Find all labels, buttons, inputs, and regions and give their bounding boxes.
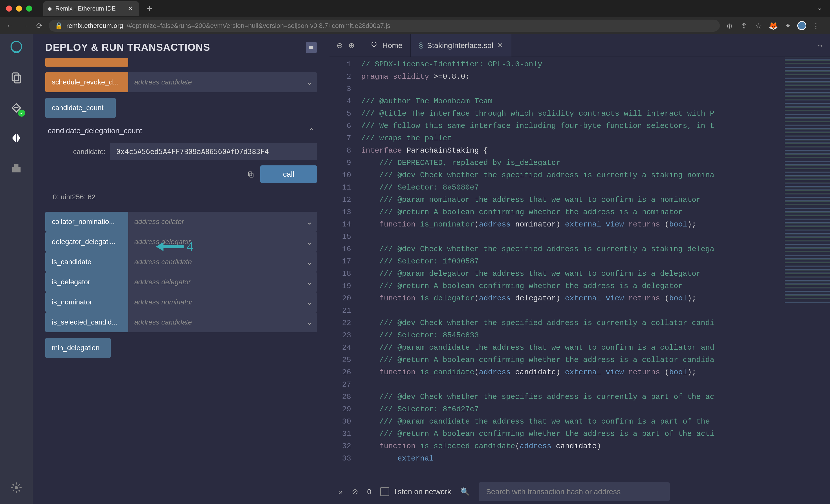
fn-min-delegation: min_delegation [45, 338, 317, 358]
deploy-run-icon[interactable] [7, 129, 25, 147]
expand-icon[interactable]: ⌄ [302, 212, 317, 232]
back-button[interactable]: ← [5, 21, 15, 31]
expand-icon[interactable]: ⌄ [302, 232, 317, 252]
close-window-button[interactable] [6, 5, 12, 11]
fn-input[interactable] [128, 212, 302, 232]
tabs-dropdown-icon[interactable]: ⌄ [817, 4, 823, 12]
svg-rect-2 [14, 75, 21, 83]
url-path: /#optimize=false&runs=200&evmVersion=nul… [127, 22, 390, 30]
browser-tab[interactable]: ◆ Remix - Ethereum IDE ✕ [43, 1, 139, 16]
line-number-gutter: 1234567891011121314151617181920212223242… [329, 57, 357, 479]
extensions-icon[interactable]: ✦ [783, 21, 793, 31]
param-input-candidate[interactable] [110, 143, 317, 160]
listen-network-checkbox[interactable] [380, 487, 389, 496]
plugin-icon[interactable] [7, 159, 25, 177]
fn-row: is_selected_candid...⌄ [45, 312, 317, 332]
window-controls [6, 5, 32, 11]
svg-rect-4 [309, 46, 313, 49]
panel-title: DEPLOY & RUN TRANSACTIONS [45, 42, 210, 53]
expand-icon[interactable]: ⌄ [302, 272, 317, 292]
compile-success-badge: ✓ [18, 110, 25, 116]
svg-point-3 [15, 486, 18, 490]
fn-row: is_nominator⌄ [45, 292, 317, 312]
code-content[interactable]: // SPDX-License-Identifier: GPL-3.0-only… [357, 57, 830, 479]
copy-params-icon[interactable] [246, 169, 256, 179]
call-button[interactable]: call [260, 165, 317, 183]
param-label-candidate: candidate: [70, 148, 106, 156]
collapse-icon[interactable]: ⌃ [309, 127, 314, 135]
fn-input[interactable] [128, 232, 302, 252]
tab-staking-interface[interactable]: § StakingInterface.sol ✕ [411, 34, 511, 57]
fn-button[interactable]: is_delegator [45, 272, 128, 292]
close-tab-icon[interactable]: ✕ [497, 41, 503, 49]
home-icon [370, 40, 378, 51]
fn-row: collator_nominatio...⌄ [45, 212, 317, 232]
tx-search-input[interactable] [479, 482, 670, 501]
tab-home-label: Home [382, 41, 403, 50]
zoom-icon[interactable]: ⊕ [724, 21, 734, 31]
settings-icon[interactable] [7, 479, 25, 497]
fn-button[interactable]: collator_nominatio... [45, 212, 128, 232]
metamask-icon[interactable]: 🦊 [768, 21, 778, 31]
pending-tx-count: 0 [367, 488, 372, 496]
listen-network-label: listen on network [394, 488, 451, 496]
fn-button-min-delegation[interactable]: min_delegation [45, 338, 111, 358]
address-bar[interactable]: 🔒 remix.ethereum.org/#optimize=false&run… [49, 20, 720, 32]
maximize-window-button[interactable] [26, 5, 32, 11]
menu-icon[interactable]: ⋮ [811, 21, 821, 31]
search-icon[interactable]: 🔍 [460, 487, 470, 496]
clear-console-icon[interactable]: ⊘ [352, 487, 358, 496]
annotation-4: 4 [187, 239, 193, 255]
fn-input[interactable] [128, 312, 302, 332]
url-host: remix.ethereum.org [66, 22, 123, 30]
fn-input-schedule-revoke[interactable] [128, 72, 302, 92]
editor-panel: ⊖ ⊕ Home § StakingInterface.sol ✕ ↔ 1234… [329, 34, 830, 504]
browser-toolbar: ← → ⟳ 🔒 remix.ethereum.org/#optimize=fal… [0, 17, 830, 34]
compiler-icon[interactable]: ✓ [7, 99, 25, 116]
fn-input[interactable] [128, 292, 302, 312]
tab-file-label: StakingInterface.sol [427, 41, 493, 50]
zoom-out-icon[interactable]: ⊖ [337, 41, 343, 50]
expand-icon[interactable]: ⌄ [302, 252, 317, 272]
fn-button-candidate-count[interactable]: candidate_count [45, 98, 116, 118]
fn-schedule-revoke: schedule_revoke_d... ⌄ [45, 72, 317, 92]
editor-tab-bar: ⊖ ⊕ Home § StakingInterface.sol ✕ ↔ [329, 34, 830, 57]
solidity-file-icon: § [419, 41, 423, 50]
svg-point-0 [11, 41, 22, 52]
terminal-expand-icon[interactable]: » [339, 488, 343, 496]
recorder-icon[interactable] [306, 42, 317, 53]
code-editor[interactable]: 1234567891011121314151617181920212223242… [329, 57, 830, 479]
remix-logo-icon[interactable] [7, 39, 25, 56]
tab-home[interactable]: Home [362, 34, 411, 57]
terminal-bar: » ⊘ 0 listen on network 🔍 [329, 479, 830, 504]
new-tab-button[interactable]: + [142, 3, 157, 14]
expand-editor-icon[interactable]: ↔ [810, 41, 830, 50]
reload-button[interactable]: ⟳ [34, 21, 44, 31]
profile-avatar[interactable] [797, 21, 806, 30]
fn-button[interactable]: is_nominator [45, 292, 128, 312]
fn-input[interactable] [128, 252, 302, 272]
svg-rect-5 [249, 172, 252, 176]
fn-candidate-count: candidate_count [45, 98, 317, 118]
fn-button[interactable]: delegator_delegati... [45, 232, 128, 252]
expand-icon[interactable]: ⌄ [302, 292, 317, 312]
svg-rect-1 [12, 73, 19, 81]
fn-button-schedule-revoke[interactable]: schedule_revoke_d... [45, 72, 128, 92]
close-tab-icon[interactable]: ✕ [128, 5, 133, 12]
fn-row: is_delegator⌄ [45, 272, 317, 292]
call-result: 0: uint256: 62 [45, 188, 317, 206]
expand-icon[interactable]: ⌄ [302, 72, 317, 92]
fn-button[interactable]: is_selected_candid... [45, 312, 128, 332]
file-explorer-icon[interactable] [7, 69, 25, 87]
browser-chrome: ◆ Remix - Ethereum IDE ✕ + ⌄ ← → ⟳ 🔒 rem… [0, 0, 830, 34]
bookmark-icon[interactable]: ☆ [754, 21, 764, 31]
truncated-transact-button[interactable] [45, 58, 128, 67]
fn-input[interactable] [128, 272, 302, 292]
forward-button[interactable]: → [20, 21, 30, 31]
minimap[interactable] [785, 57, 830, 303]
expand-icon[interactable]: ⌄ [302, 312, 317, 332]
share-icon[interactable]: ⇪ [739, 21, 749, 31]
zoom-in-icon[interactable]: ⊕ [348, 41, 355, 50]
fn-button[interactable]: is_candidate [45, 252, 128, 272]
minimize-window-button[interactable] [16, 5, 22, 11]
